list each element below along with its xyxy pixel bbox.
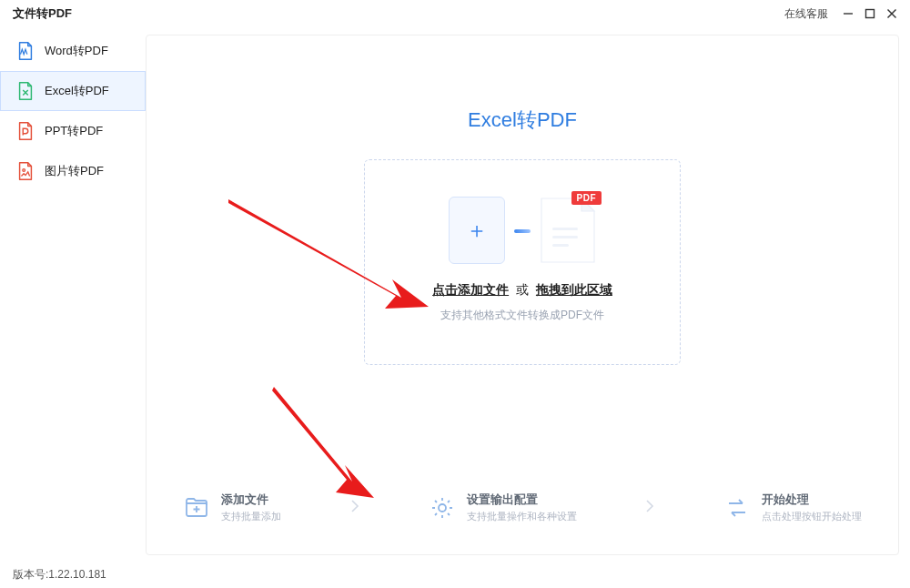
add-file-icon: [183, 494, 210, 522]
click-add-file-text: 点击添加文件: [432, 282, 509, 297]
convert-icon: [723, 494, 751, 522]
main-content: Excel转PDF ＋: [146, 27, 910, 588]
sidebar-item-excel-to-pdf[interactable]: Excel转PDF: [0, 71, 146, 111]
version-label: 版本号:: [13, 568, 48, 581]
drag-here-text: 拖拽到此区域: [536, 282, 612, 297]
gear-icon: [429, 494, 456, 522]
maximize-button[interactable]: [859, 3, 881, 25]
image-file-icon: [15, 161, 35, 181]
excel-file-icon: [15, 81, 35, 101]
close-button[interactable]: [881, 3, 903, 25]
svg-rect-1: [866, 10, 875, 18]
dropzone-illustration: ＋ PDF: [449, 197, 596, 264]
step-title: 添加文件: [221, 492, 281, 508]
step-add-file: 添加文件 支持批量添加: [183, 492, 281, 523]
step-title: 开始处理: [762, 492, 862, 508]
arrow-icon: [514, 229, 531, 233]
app-window: 文件转PDF 在线客服 Word转PDF: [0, 0, 910, 588]
sidebar-item-label: 图片转PDF: [45, 163, 104, 179]
step-configure: 设置输出配置 支持批量操作和各种设置: [429, 492, 577, 523]
sidebar-item-label: Word转PDF: [45, 43, 108, 59]
steps-row: 添加文件 支持批量添加: [183, 492, 862, 523]
plus-icon: ＋: [466, 216, 488, 245]
sidebar-item-label: PPT转PDF: [45, 123, 103, 139]
titlebar: 文件转PDF 在线客服: [0, 0, 910, 27]
step-subtitle: 支持批量添加: [221, 510, 281, 523]
step-subtitle: 支持批量操作和各种设置: [467, 510, 577, 523]
content-panel: Excel转PDF ＋: [146, 35, 899, 555]
source-file-icon: ＋: [449, 197, 505, 264]
sidebar: Word转PDF Excel转PDF: [0, 27, 146, 588]
sidebar-item-image-to-pdf[interactable]: 图片转PDF: [0, 151, 146, 191]
sidebar-item-label: Excel转PDF: [45, 83, 109, 99]
sidebar-item-ppt-to-pdf[interactable]: PPT转PDF: [0, 111, 146, 151]
dropzone-subtitle: 支持其他格式文件转换成PDF文件: [440, 308, 604, 323]
chevron-right-icon: [350, 500, 359, 516]
svg-point-5: [439, 504, 446, 512]
pdf-badge: PDF: [571, 191, 602, 205]
or-text: 或: [516, 282, 529, 297]
word-file-icon: [15, 41, 35, 61]
pdf-file-icon: PDF: [540, 197, 596, 264]
page-heading: Excel转PDF: [147, 106, 898, 134]
version-footer: 版本号:1.22.10.181: [13, 567, 106, 583]
step-start: 开始处理 点击处理按钮开始处理: [723, 492, 862, 523]
dropzone-instruction: 点击添加文件 或 拖拽到此区域: [432, 282, 612, 299]
app-title: 文件转PDF: [13, 5, 72, 22]
svg-point-4: [23, 169, 25, 172]
sidebar-item-word-to-pdf[interactable]: Word转PDF: [0, 31, 146, 71]
chevron-right-icon: [645, 500, 654, 516]
ppt-file-icon: [15, 121, 35, 141]
file-drop-zone[interactable]: ＋ PDF: [364, 159, 681, 365]
annotation-arrow-bottom: [265, 381, 383, 509]
version-number: 1.22.10.181: [48, 568, 106, 581]
online-support-link[interactable]: 在线客服: [784, 6, 828, 22]
step-subtitle: 点击处理按钮开始处理: [762, 510, 862, 523]
step-title: 设置输出配置: [467, 492, 577, 508]
minimize-button[interactable]: [837, 3, 859, 25]
